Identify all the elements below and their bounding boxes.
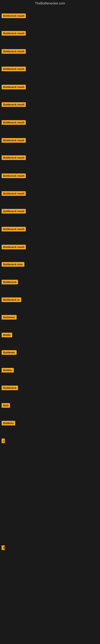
list-item[interactable]: Bottleneck result	[1, 208, 27, 215]
bottleneck-badge: Bottleneck result	[1, 245, 26, 249]
bottleneck-badge: Bottleneck result	[1, 85, 26, 89]
bottleneck-badge: Bottleneck re	[1, 298, 21, 302]
list-item[interactable]: B	[1, 544, 6, 551]
list-item[interactable]: Bottleneck result	[1, 119, 27, 126]
bottleneck-badge: Bottlenec	[1, 350, 17, 355]
list-item[interactable]: Bottleneck	[1, 278, 19, 286]
bottleneck-badge: Bott	[1, 403, 10, 408]
bottleneck-badge: Bottleneck result	[1, 138, 26, 143]
bottleneck-badge: Bottleneck result	[1, 14, 26, 18]
list-item[interactable]: Bottlen	[1, 367, 15, 374]
bottleneck-badge: Bottleneck result	[1, 227, 26, 232]
items-container: Bottleneck resultBottleneck resultBottle…	[0, 7, 100, 644]
bottleneck-badge: |	[1, 438, 5, 443]
bottleneck-badge: Bottlen	[1, 368, 14, 372]
bottleneck-badge: Bottleneck result	[1, 31, 26, 36]
bottleneck-badge: Bottleneck result	[1, 174, 26, 178]
bottleneck-badge: Bottleneck result	[1, 191, 26, 196]
bottleneck-badge: Bottlenec	[1, 315, 17, 320]
bottleneck-badge: Bottle	[1, 333, 12, 337]
site-title-text: TheBottlenecker.com	[35, 2, 65, 5]
bottleneck-badge: Bottleneck result	[1, 66, 26, 71]
list-item[interactable]: Bottleneck result	[1, 226, 27, 233]
bottleneck-badge: Bottleneck resu	[1, 262, 24, 267]
list-item[interactable]: Bott	[1, 402, 11, 409]
list-item[interactable]: Bottleneck result	[1, 154, 27, 161]
bottleneck-badge: Bottleneck result	[1, 155, 26, 160]
list-item[interactable]: Bottleneck resu	[1, 261, 25, 268]
list-item[interactable]: |	[1, 437, 6, 444]
list-item[interactable]: Bottle	[1, 332, 13, 338]
list-item[interactable]: Bottleneck result	[1, 30, 27, 37]
list-item[interactable]: Bottleneck result	[1, 244, 27, 250]
list-item[interactable]: Bottleneck result	[1, 48, 27, 55]
bottleneck-badge: Bottleneck result	[1, 49, 26, 54]
list-item[interactable]: Bottleneck re	[1, 296, 22, 303]
list-item[interactable]: Bottleneck result	[1, 190, 27, 197]
list-item[interactable]: Bottleneck result	[1, 172, 27, 179]
list-item[interactable]: Bottleneck result	[1, 137, 27, 144]
bottleneck-badge: B	[1, 546, 5, 550]
list-item[interactable]: Bottlenec	[1, 349, 17, 356]
list-item[interactable]: Bottlenec	[1, 314, 17, 321]
list-item[interactable]: Bottleneck result	[1, 101, 27, 108]
list-item[interactable]: Bottleneck	[1, 384, 19, 392]
list-item[interactable]: Bottlene	[1, 420, 16, 427]
bottleneck-badge: Bottleneck	[1, 280, 18, 284]
bottleneck-badge: Bottleneck result	[1, 102, 26, 107]
bottleneck-badge: Bottleneck	[1, 386, 18, 390]
site-title: TheBottlenecker.com	[0, 0, 100, 7]
list-item[interactable]: Bottleneck result	[1, 66, 27, 72]
list-item[interactable]: Bottleneck result	[1, 12, 27, 19]
bottleneck-badge: Bottleneck result	[1, 209, 26, 214]
bottleneck-badge: Bottleneck result	[1, 120, 26, 125]
list-item[interactable]: Bottleneck result	[1, 84, 27, 90]
bottleneck-badge: Bottlene	[1, 421, 15, 426]
